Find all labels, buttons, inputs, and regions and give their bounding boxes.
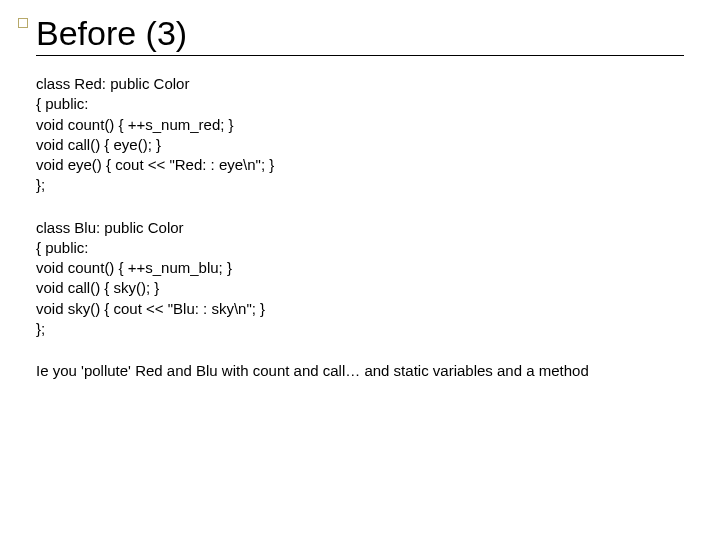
code-line: void count() { ++s_num_blu; } [36,258,684,278]
title-divider [36,55,684,56]
code-line: void count() { ++s_num_red; } [36,115,684,135]
slide-body: class Red: public Color { public: void c… [36,74,684,381]
code-block-red: class Red: public Color { public: void c… [36,74,684,196]
slide: Before (3) class Red: public Color { pub… [0,0,720,540]
code-line: }; [36,319,684,339]
code-line: void sky() { cout << "Blu: : sky\n"; } [36,299,684,319]
code-line: void call() { sky(); } [36,278,684,298]
footnote: Ie you 'pollute' Red and Blu with count … [36,361,684,381]
code-block-blu: class Blu: public Color { public: void c… [36,218,684,340]
code-line: void call() { eye(); } [36,135,684,155]
code-line: class Red: public Color [36,74,684,94]
code-line: { public: [36,94,684,114]
code-line: { public: [36,238,684,258]
code-line: }; [36,175,684,195]
accent-square [18,18,28,28]
code-line: class Blu: public Color [36,218,684,238]
code-line: void eye() { cout << "Red: : eye\n"; } [36,155,684,175]
slide-title: Before (3) [36,14,684,53]
